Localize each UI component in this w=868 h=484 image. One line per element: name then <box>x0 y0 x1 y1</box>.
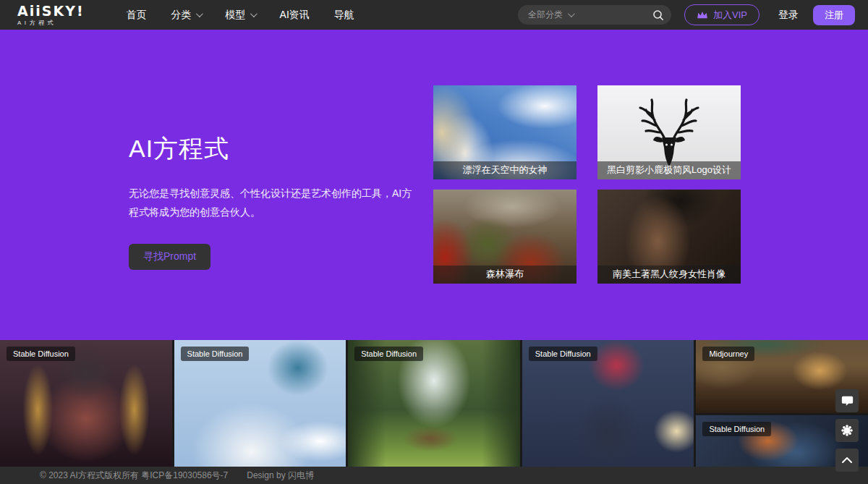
hero-description: 无论您是寻找创意灵感、个性化设计还是艺术创作的工具，AI方程式将成为您的创意合伙… <box>129 184 420 222</box>
settings-button[interactable] <box>835 419 859 442</box>
chevron-up-icon <box>841 457 853 464</box>
nav-item-models[interactable]: 模型 <box>226 9 255 22</box>
search-category-dropdown[interactable]: 全部分类 <box>528 9 573 21</box>
feedback-chat-button[interactable] <box>835 389 859 412</box>
featured-card-caption: 漂浮在天空中的女神 <box>433 161 576 179</box>
site-logo[interactable]: AiiSKY! AI方程式 <box>17 4 85 26</box>
search-input[interactable] <box>577 10 648 20</box>
speech-bubble-icon <box>841 395 854 407</box>
page-root: AiiSKY! AI方程式 首页 分类 模型 AI资讯 导航 <box>0 0 868 484</box>
design-credit-link[interactable]: 闪电博 <box>288 470 314 480</box>
gallery-item-blue-hair-girl[interactable]: Stable Diffusion <box>174 340 346 467</box>
hero-text-block: AI方程式 无论您是寻找创意灵感、个性化设计还是艺术创作的工具，AI方程式将成为… <box>129 132 420 270</box>
nav-item-ai-news[interactable]: AI资讯 <box>280 9 310 22</box>
register-button[interactable]: 注册 <box>813 5 855 25</box>
crown-icon <box>697 10 708 20</box>
logo-subtext: AI方程式 <box>17 20 85 26</box>
model-badge: Stable Diffusion <box>354 347 423 361</box>
search-bar: 全部分类 <box>518 5 671 25</box>
nav-item-home[interactable]: 首页 <box>127 9 147 22</box>
nav-label: 模型 <box>226 9 246 22</box>
hero-featured-grid: 漂浮在天空中的女神 黑白剪影小鹿极简风Logo设计 森林瀑布 <box>433 85 741 284</box>
nav-label: 分类 <box>171 9 192 22</box>
model-badge: Stable Diffusion <box>7 347 75 361</box>
featured-card-caption: 南美土著黑人纹身女性肖像 <box>597 266 741 284</box>
copyright-text: © 2023 AI方程式版权所有 粤ICP备19030586号-7 <box>40 470 228 482</box>
model-badge: Stable Diffusion <box>181 347 250 361</box>
search-category-label: 全部分类 <box>528 9 563 21</box>
chevron-down-icon <box>250 10 258 17</box>
footer: © 2023 AI方程式版权所有 粤ICP备19030586号-7 Design… <box>0 467 868 484</box>
deer-silhouette-graphic <box>633 94 705 171</box>
search-icon <box>652 9 664 21</box>
gallery-item-throne-girl[interactable]: Stable Diffusion <box>0 340 172 467</box>
design-credit: Design by 闪电博 <box>247 470 314 482</box>
bottom-gallery: Stable Diffusion Stable Diffusion Stable… <box>0 340 868 467</box>
chevron-down-icon <box>196 10 203 17</box>
search-button[interactable] <box>652 9 664 21</box>
nav-label: 导航 <box>334 9 354 22</box>
gallery-item-red-hair-girl[interactable]: Stable Diffusion <box>522 340 694 467</box>
hero-section: AI方程式 无论您是寻找创意灵感、个性化设计还是艺术创作的工具，AI方程式将成为… <box>0 30 868 340</box>
floating-action-column <box>835 389 859 472</box>
nav-label: AI资讯 <box>280 9 310 22</box>
featured-card-deer-logo[interactable]: 黑白剪影小鹿极简风Logo设计 <box>597 85 741 179</box>
model-badge: Stable Diffusion <box>702 422 771 436</box>
featured-card-tattoo-portrait[interactable]: 南美土著黑人纹身女性肖像 <box>597 190 741 284</box>
design-credit-prefix: Design by <box>247 470 288 480</box>
featured-card-caption: 黑白剪影小鹿极简风Logo设计 <box>597 161 741 179</box>
chevron-down-icon <box>568 10 575 17</box>
featured-card-sky-goddess[interactable]: 漂浮在天空中的女神 <box>433 85 576 179</box>
gallery-item-forest-village[interactable]: Stable Diffusion <box>348 340 520 467</box>
featured-card-forest-waterfall[interactable]: 森林瀑布 <box>433 190 576 284</box>
join-vip-label: 加入VIP <box>713 9 747 22</box>
join-vip-button[interactable]: 加入VIP <box>684 4 760 25</box>
main-nav: 首页 分类 模型 AI资讯 导航 <box>127 9 354 22</box>
back-to-top-button[interactable] <box>835 449 859 472</box>
nav-label: 首页 <box>127 9 147 22</box>
nav-item-categories[interactable]: 分类 <box>171 9 201 22</box>
login-link[interactable]: 登录 <box>778 9 799 22</box>
model-badge: Stable Diffusion <box>529 347 597 361</box>
gear-icon <box>841 424 854 437</box>
model-badge: Midjourney <box>702 347 754 361</box>
featured-card-caption: 森林瀑布 <box>433 266 576 284</box>
logo-text: AiiSKY! <box>17 4 85 18</box>
page-title: AI方程式 <box>129 132 420 166</box>
nav-item-navigation[interactable]: 导航 <box>334 9 354 22</box>
top-navigation-bar: AiiSKY! AI方程式 首页 分类 模型 AI资讯 导航 <box>0 0 868 30</box>
find-prompt-button[interactable]: 寻找Prompt <box>129 244 210 270</box>
